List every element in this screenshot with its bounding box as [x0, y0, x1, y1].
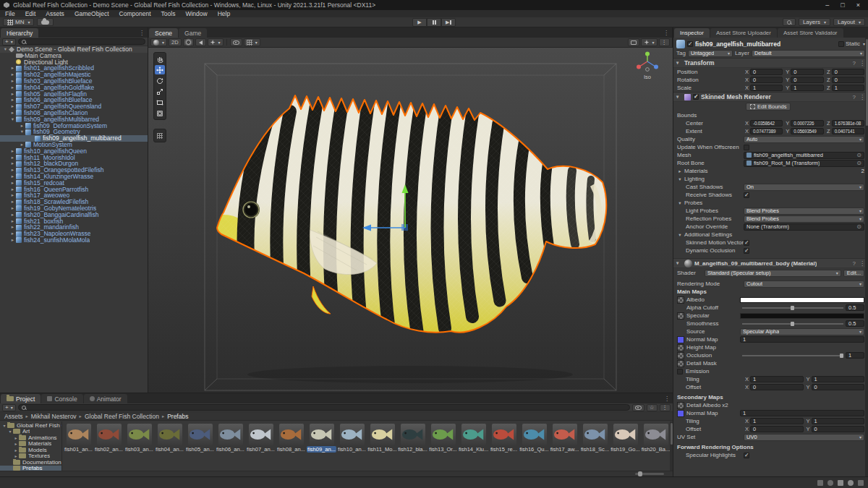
kebab-icon[interactable]: ⋮	[859, 60, 865, 67]
asset-item[interactable]: fish15_re...	[489, 424, 519, 453]
cast-shadows-dropdown[interactable]: On▾	[744, 184, 864, 191]
move-tool-button[interactable]	[155, 65, 165, 74]
project-more-button[interactable]: ⋮	[660, 404, 671, 411]
hierarchy-item[interactable]: ▸fish10_angelfishQueen	[0, 148, 148, 155]
audio-toggle-button[interactable]	[195, 38, 206, 46]
hierarchy-item[interactable]: ▸fish07_angelfishQueensland	[0, 103, 148, 110]
asset-item[interactable]: fish13_Or...	[428, 424, 458, 453]
asset-item-selected[interactable]: fish09_an...	[307, 424, 336, 453]
transform-tool-button[interactable]	[155, 108, 165, 118]
skinned-mesh-renderer-header[interactable]: ▾Skinned Mesh Renderer?⋮	[673, 92, 868, 102]
asset-item[interactable]: fish01_an...	[64, 424, 93, 453]
minimize-button[interactable]: –	[825, 1, 829, 9]
detail-normal-scale-field[interactable]: 1	[740, 410, 864, 416]
object-picker-icon[interactable]: ⊙	[856, 152, 861, 158]
menu-assets[interactable]: Assets	[41, 10, 69, 17]
offset2-y-field[interactable]: 0	[812, 426, 865, 432]
maximize-button[interactable]: □	[841, 1, 844, 9]
tiling2-x-field[interactable]: 1	[750, 418, 804, 424]
position-z-field[interactable]: 0	[832, 69, 864, 75]
albedo-color-swatch[interactable]	[740, 297, 864, 303]
rotation-x-field[interactable]: 0	[750, 77, 783, 83]
expand-arrow[interactable]: ▾	[2, 46, 9, 53]
account-button[interactable]: MN▾	[3, 18, 34, 26]
hierarchy-item[interactable]: ▸fish17_aweoweo	[0, 192, 148, 199]
height-map-thumbnail[interactable]	[677, 344, 684, 351]
hierarchy-item[interactable]: ▸fish21_boxfish	[0, 218, 148, 225]
help-icon[interactable]: ?	[853, 60, 856, 67]
hierarchy-item[interactable]: ▾fish09_angelfishMultibarred	[0, 116, 148, 123]
expand-arrow[interactable]: ▸	[9, 231, 16, 237]
hierarchy-item[interactable]: ▸fish09_DeformationSystem	[0, 123, 148, 129]
asset-item[interactable]: fish08_an...	[276, 424, 306, 453]
help-icon[interactable]: ?	[853, 94, 856, 100]
breadcrumb-item[interactable]: Assets	[4, 413, 23, 420]
expand-arrow[interactable]: ▸	[13, 435, 19, 440]
extent-x-field[interactable]: 0.07477389	[750, 128, 783, 134]
specular-texture-thumbnail[interactable]	[677, 312, 684, 320]
normal-map-thumbnail[interactable]	[677, 336, 684, 343]
hierarchy-item[interactable]: ▸fish14_KlunzingerWrasse	[0, 174, 148, 180]
projection-label[interactable]: Iso	[632, 74, 663, 80]
expand-arrow[interactable]: ▸	[9, 174, 16, 180]
menu-edit[interactable]: Edit	[20, 10, 41, 17]
hierarchy-search-input[interactable]	[18, 38, 145, 45]
scale-y-field[interactable]: 1	[791, 85, 823, 91]
smoothness-field[interactable]: 0.5	[846, 320, 864, 327]
hierarchy-item[interactable]: ▸fish23_NapoleonWrasse	[0, 231, 148, 237]
expand-arrow[interactable]: ▸	[9, 85, 16, 91]
detail-albedo-thumbnail[interactable]	[677, 402, 684, 409]
expand-arrow[interactable]: ▾	[7, 429, 13, 434]
camera-settings-button[interactable]	[628, 38, 639, 46]
extent-z-field[interactable]: 0.0407141	[832, 128, 864, 134]
root-bone-object-field[interactable]: fish09_Root_M (Transform)⊙	[744, 160, 864, 167]
tab-project[interactable]: Project	[1, 394, 41, 403]
breadcrumb-item[interactable]: Prefabs	[167, 413, 188, 420]
create-object-button[interactable]: +▾	[2, 38, 16, 46]
expand-arrow[interactable]: ▸	[9, 72, 16, 78]
menu-component[interactable]: Component	[114, 10, 156, 17]
folder-item[interactable]: ▾Global Reef Fish Collection	[0, 422, 61, 429]
hierarchy-item[interactable]: ▸fish11_MoorishIdol	[0, 155, 148, 161]
hierarchy-scene-root[interactable]: ▾Demo Scene - Global Reef Fish Collectio…	[0, 46, 148, 53]
center-y-field[interactable]: 0.0007226	[791, 120, 823, 127]
expand-arrow[interactable]: ▸	[13, 453, 19, 458]
cloud-services-button[interactable]	[37, 18, 54, 26]
expand-arrow[interactable]: ▸	[9, 224, 16, 231]
tiling2-y-field[interactable]: 1	[812, 418, 865, 424]
expand-arrow[interactable]: ▸	[9, 212, 16, 218]
menu-file[interactable]: File	[0, 10, 20, 17]
tab-inspector[interactable]: Inspector	[674, 28, 710, 38]
occlusion-slider[interactable]	[742, 351, 843, 359]
menu-tools[interactable]: Tools	[156, 10, 181, 17]
occlusion-map-thumbnail[interactable]	[677, 352, 684, 359]
asset-item[interactable]: fish20_Ba...	[641, 424, 671, 453]
probes-foldout[interactable]: ▾Probes	[673, 199, 868, 207]
tab-hierarchy[interactable]: Hierarchy	[1, 28, 38, 38]
asset-item[interactable]: fish10_an...	[337, 424, 367, 453]
shader-edit-button[interactable]: Edit...	[843, 270, 864, 277]
close-button[interactable]: ×	[856, 1, 860, 9]
expand-arrow[interactable]: ▸	[9, 155, 16, 161]
detail-normal-thumbnail[interactable]	[677, 410, 684, 417]
effects-dropdown[interactable]: ▾	[208, 38, 224, 46]
create-asset-button[interactable]: +▾	[2, 404, 16, 411]
hierarchy-item[interactable]: ▾fish09_Geometry	[0, 129, 148, 135]
tab-asset-store-uploader[interactable]: Asset Store Uploader	[710, 28, 777, 38]
hierarchy-item[interactable]: ▸fish13_OrangespottedFilefish	[0, 167, 148, 174]
folder-item[interactable]: ▸Models	[0, 447, 61, 453]
hierarchy-item[interactable]: ▸MotionSystem	[0, 142, 148, 148]
hierarchy-item[interactable]: ▸fish04_angelfishGoldflake	[0, 85, 148, 91]
breadcrumb-item[interactable]: Global Reef Fish Collection	[85, 413, 159, 420]
expand-arrow[interactable]: ▸	[9, 180, 16, 187]
expand-arrow[interactable]: ▸	[9, 97, 16, 103]
transform-header[interactable]: ▾Transform?⋮	[673, 58, 868, 68]
tab-game[interactable]: Game	[179, 28, 207, 38]
expand-arrow[interactable]: ▸	[9, 205, 16, 212]
notification-bell-icon[interactable]	[858, 480, 864, 486]
expand-arrow[interactable]: ▸	[19, 123, 25, 129]
update-offscreen-checkbox[interactable]	[744, 145, 749, 150]
grid-dropdown[interactable]: ▾	[244, 38, 260, 46]
view-tool-button[interactable]	[155, 54, 165, 64]
expand-arrow[interactable]: ▾	[1, 423, 7, 428]
